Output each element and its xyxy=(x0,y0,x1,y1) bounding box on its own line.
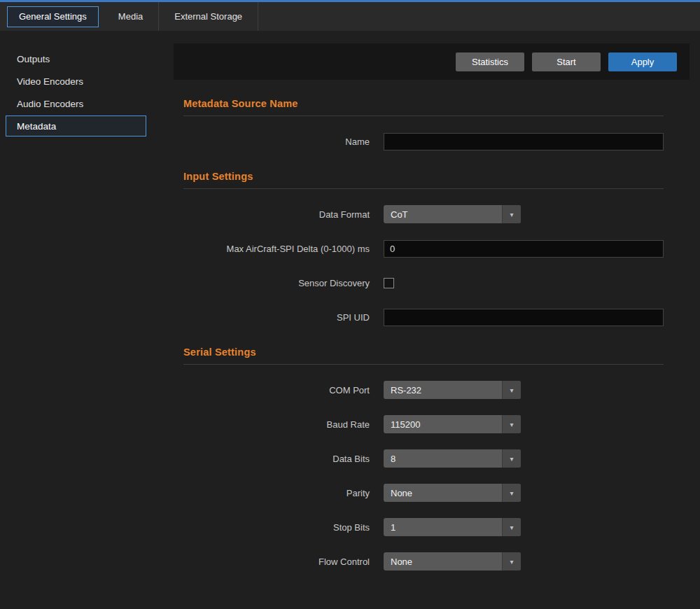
field-label: Flow Control xyxy=(183,556,370,567)
content-area: Statistics Start Apply Metadata Source N… xyxy=(174,31,700,609)
top-tab-bar: General Settings Media External Storage xyxy=(0,0,700,31)
form-row: Sensor Discovery xyxy=(183,274,664,292)
tab-general-settings[interactable]: General Settings xyxy=(7,6,99,27)
field-label: Parity xyxy=(183,488,370,498)
form-row: SPI UID xyxy=(183,308,664,326)
field-label: Data Format xyxy=(183,209,370,220)
form-row: Stop Bits 1 ▾ xyxy=(183,518,664,536)
tab-label: External Storage xyxy=(174,11,242,22)
form-row: Parity None ▾ xyxy=(183,484,664,502)
field-label: Baud Rate xyxy=(183,419,370,430)
section-title: Input Settings xyxy=(183,171,664,189)
chevron-down-icon: ▾ xyxy=(502,484,521,502)
sidebar-item-label: Audio Encoders xyxy=(17,99,83,109)
section-input-settings: Input Settings Data Format CoT ▾ Max Air… xyxy=(183,171,664,326)
chevron-down-icon: ▾ xyxy=(502,381,521,399)
select-value: 1 xyxy=(384,522,396,533)
form-row: Flow Control None ▾ xyxy=(183,552,664,570)
sidebar: Outputs Video Encoders Audio Encoders Me… xyxy=(0,31,174,609)
form-row: Baud Rate 115200 ▾ xyxy=(183,415,664,433)
spi-uid-input[interactable] xyxy=(384,309,664,326)
sidebar-item-video-encoders[interactable]: Video Encoders xyxy=(0,71,174,92)
sidebar-item-metadata[interactable]: Metadata xyxy=(6,115,146,136)
apply-button[interactable]: Apply xyxy=(608,52,677,71)
tab-label: Media xyxy=(118,11,143,22)
select-value: None xyxy=(384,556,412,567)
select-value: None xyxy=(384,488,412,498)
field-label: Stop Bits xyxy=(183,522,370,533)
flow-control-select[interactable]: None ▾ xyxy=(384,552,521,570)
chevron-down-icon: ▾ xyxy=(502,518,521,536)
form-row: COM Port RS-232 ▾ xyxy=(183,381,664,399)
name-input[interactable] xyxy=(384,133,664,150)
max-aircraft-spi-delta-input[interactable] xyxy=(384,240,664,258)
chevron-down-icon: ▾ xyxy=(502,415,521,433)
section-metadata-source-name: Metadata Source Name Name xyxy=(183,98,664,150)
action-toolbar: Statistics Start Apply xyxy=(174,43,690,80)
select-value: RS-232 xyxy=(384,385,421,396)
form-sections: Metadata Source Name Name Input Settings… xyxy=(183,98,664,570)
field-label: SPI UID xyxy=(183,312,370,323)
tab-media[interactable]: Media xyxy=(103,2,159,31)
section-serial-settings: Serial Settings COM Port RS-232 ▾ Baud R… xyxy=(183,346,664,570)
sidebar-item-label: Outputs xyxy=(17,54,50,64)
tab-label: General Settings xyxy=(19,11,87,22)
statistics-button[interactable]: Statistics xyxy=(456,52,524,71)
section-title: Serial Settings xyxy=(183,346,664,365)
sidebar-item-label: Video Encoders xyxy=(17,76,83,87)
parity-select[interactable]: None ▾ xyxy=(384,484,521,502)
stop-bits-select[interactable]: 1 ▾ xyxy=(384,518,521,536)
form-row: Data Bits 8 ▾ xyxy=(183,449,664,468)
field-label: Name xyxy=(183,136,370,147)
data-format-select[interactable]: CoT ▾ xyxy=(384,205,521,223)
chevron-down-icon: ▾ xyxy=(502,552,521,570)
main-layout: Outputs Video Encoders Audio Encoders Me… xyxy=(0,31,700,609)
tab-external-storage[interactable]: External Storage xyxy=(159,2,258,31)
form-row: Max AirCraft-SPI Delta (0-1000) ms xyxy=(183,239,664,258)
field-label: COM Port xyxy=(183,385,370,396)
form-row: Data Format CoT ▾ xyxy=(183,205,664,223)
sidebar-item-audio-encoders[interactable]: Audio Encoders xyxy=(0,93,174,114)
chevron-down-icon: ▾ xyxy=(502,449,521,468)
field-label: Sensor Discovery xyxy=(183,278,370,288)
start-button[interactable]: Start xyxy=(532,52,601,71)
chevron-down-icon: ▾ xyxy=(502,205,521,223)
form-row: Name xyxy=(183,132,664,150)
field-label: Data Bits xyxy=(183,454,370,464)
select-value: CoT xyxy=(384,209,408,220)
data-bits-select[interactable]: 8 ▾ xyxy=(384,449,521,468)
com-port-select[interactable]: RS-232 ▾ xyxy=(384,381,521,399)
sidebar-item-outputs[interactable]: Outputs xyxy=(0,48,174,69)
field-label: Max AirCraft-SPI Delta (0-1000) ms xyxy=(183,244,370,254)
sensor-discovery-checkbox[interactable] xyxy=(384,278,394,288)
baud-rate-select[interactable]: 115200 ▾ xyxy=(384,415,521,433)
section-title: Metadata Source Name xyxy=(183,98,664,116)
sidebar-item-label: Metadata xyxy=(17,121,56,132)
select-value: 8 xyxy=(384,454,396,464)
select-value: 115200 xyxy=(384,419,420,430)
